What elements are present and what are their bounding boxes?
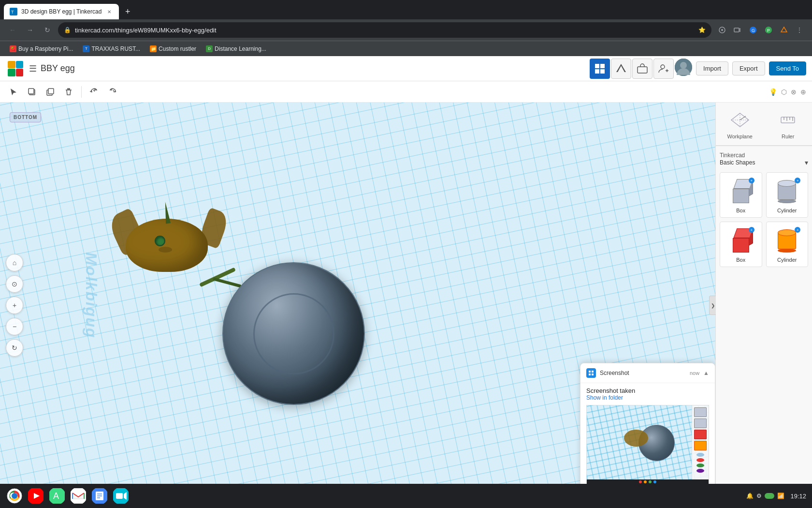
cyl-bottom-orange bbox=[778, 249, 796, 253]
user-avatar[interactable] bbox=[675, 59, 692, 76]
bb8-body-sphere[interactable] bbox=[222, 262, 365, 405]
delete-tool-button[interactable] bbox=[61, 84, 76, 100]
hint-icon-1: 💡 bbox=[769, 88, 777, 96]
notification-time: now bbox=[690, 370, 699, 376]
svg-text:T: T bbox=[11, 10, 14, 15]
extension-icon-3[interactable] bbox=[777, 23, 791, 37]
address-bar[interactable]: 🔒 tinkercad.com/things/eW89MUMKxx6-bby-e… bbox=[58, 22, 711, 38]
briefcase-button[interactable] bbox=[632, 59, 652, 79]
browser-chrome: T 3D design BBY egg | Tinkercad ✕ + ← → … bbox=[0, 0, 812, 56]
menu-icon[interactable]: ☰ bbox=[29, 63, 37, 74]
copy-tool-button[interactable] bbox=[43, 84, 58, 100]
svg-rect-25 bbox=[589, 371, 591, 373]
notification-preview-image bbox=[586, 405, 709, 485]
shape-add-icon-2: + bbox=[795, 178, 800, 183]
preview-color-4 bbox=[696, 469, 704, 473]
project-title[interactable]: BBY egg bbox=[41, 63, 590, 74]
yoda-assembly[interactable] bbox=[126, 219, 208, 272]
hint-icon-4: ⊕ bbox=[800, 88, 806, 96]
grid-view-button[interactable] bbox=[590, 59, 610, 79]
taskbar-status-icons: 🔔 ⚙ 📶 bbox=[746, 493, 784, 499]
hint-icon-3: ⊗ bbox=[791, 88, 797, 96]
notification-expand-button[interactable]: ▲ bbox=[703, 370, 709, 376]
undo-button[interactable] bbox=[87, 84, 102, 100]
canvas-area[interactable]: BOTTOM ⌂ ⊙ + − ↻ bbox=[0, 103, 715, 508]
shape-label-box-red: Box bbox=[736, 257, 745, 263]
back-button[interactable]: ← bbox=[6, 23, 19, 37]
shape-library-dropdown-icon[interactable]: ▾ bbox=[805, 159, 808, 166]
bookmark-traxxas[interactable]: T TRAXXAS RUST... bbox=[79, 44, 144, 54]
preview-bg bbox=[587, 405, 709, 484]
shape-provider: Tinkercad bbox=[720, 152, 808, 159]
shape-item-cyl-gray[interactable]: + Cylinder bbox=[766, 172, 809, 218]
preview-shapes-panel bbox=[692, 405, 709, 484]
reload-button[interactable]: ↻ bbox=[41, 23, 54, 37]
taskbar-youtube-icon[interactable] bbox=[27, 487, 44, 505]
svg-rect-11 bbox=[600, 64, 605, 68]
right-panel-top: Workplane Ruler bbox=[716, 103, 812, 271]
toolbar-divider-1 bbox=[81, 86, 82, 98]
logo-cell-blue bbox=[16, 61, 24, 69]
add-user-button[interactable] bbox=[653, 59, 674, 79]
bb8-sphere-circle bbox=[253, 293, 334, 374]
shape-item-box-red[interactable]: + Box bbox=[720, 222, 762, 267]
export-button[interactable]: Export bbox=[732, 61, 765, 75]
preview-shape-1 bbox=[694, 407, 707, 417]
tc-header-icons bbox=[590, 59, 692, 79]
preview-color-1 bbox=[696, 453, 704, 457]
address-bar-actions: ⭐ bbox=[698, 27, 706, 33]
extensions-icon[interactable] bbox=[715, 23, 729, 37]
shapes-view-button[interactable] bbox=[611, 59, 631, 79]
notification-show-folder[interactable]: Show in folder bbox=[586, 394, 709, 401]
import-button[interactable]: Import bbox=[696, 61, 728, 75]
cast-icon[interactable] bbox=[731, 23, 744, 37]
extension-icon-1[interactable]: G bbox=[746, 23, 760, 37]
taskbar-docs-icon[interactable] bbox=[91, 487, 108, 505]
ruler-button[interactable]: Ruler bbox=[764, 103, 812, 146]
active-tab[interactable]: T 3D design BBY egg | Tinkercad ✕ bbox=[4, 4, 119, 19]
bookmark-raspberry-pi[interactable]: 🍓 Buy a Raspberry Pi... bbox=[6, 44, 77, 54]
shape-library-name: Basic Shapes bbox=[720, 159, 803, 166]
shape-lib-selector[interactable]: Basic Shapes ▾ bbox=[720, 159, 808, 166]
select-tool-button[interactable] bbox=[6, 84, 21, 100]
taskbar-settings-icon[interactable]: ⚙ bbox=[756, 493, 762, 499]
shape-library: Tinkercad Basic Shapes ▾ bbox=[716, 146, 812, 271]
shape-lib-info: Tinkercad Basic Shapes ▾ bbox=[720, 152, 808, 166]
new-tab-button[interactable]: + bbox=[121, 5, 134, 18]
shape-item-cyl-orange[interactable]: + Cylinder bbox=[766, 222, 809, 267]
duplicate-tool-button[interactable] bbox=[24, 84, 40, 100]
tinkercad-app: ☰ BBY egg Import Export Send To bbox=[0, 56, 812, 508]
taskbar-gmail-icon[interactable] bbox=[70, 487, 87, 505]
taskbar-chrome-icon[interactable] bbox=[6, 487, 23, 505]
shape-icon-box-red: + bbox=[726, 226, 755, 255]
shape-label-cyl-orange: Cylinder bbox=[777, 257, 797, 263]
taskbar-battery-indicator bbox=[765, 493, 774, 499]
logo-cell-amber bbox=[8, 61, 15, 69]
shape-item-box-gray[interactable]: + Box bbox=[720, 172, 762, 218]
workplane-button[interactable]: Workplane bbox=[716, 103, 764, 146]
bookmarks-bar: 🍓 Buy a Raspberry Pi... T TRAXXAS RUST..… bbox=[0, 41, 812, 56]
bookmark-custom-rustler[interactable]: 📁 Custom rustler bbox=[146, 44, 200, 54]
tab-close-button[interactable]: ✕ bbox=[105, 8, 113, 15]
more-options-button[interactable]: ⋮ bbox=[793, 23, 806, 37]
notification-body: Screenshot taken Show in folder bbox=[580, 383, 715, 489]
forward-button[interactable]: → bbox=[23, 23, 37, 37]
preview-taskbar-icon-4 bbox=[653, 480, 656, 483]
edit-toolbar: 💡 ⬡ ⊗ ⊕ bbox=[0, 81, 812, 103]
bookmark-distance-learning[interactable]: D Distance Learning... bbox=[202, 44, 270, 54]
preview-taskbar-icon-2 bbox=[644, 480, 647, 483]
taskbar-android-icon[interactable]: A bbox=[48, 487, 66, 505]
box-front-gray bbox=[733, 189, 749, 203]
taskbar-meet-icon[interactable] bbox=[112, 487, 130, 505]
send-to-button[interactable]: Send To bbox=[769, 61, 806, 75]
preview-yoda bbox=[624, 430, 648, 447]
tinkercad-logo[interactable] bbox=[6, 59, 25, 78]
bookmark-label-3: Custom rustler bbox=[159, 45, 196, 52]
browser-toolbar-icons: G P ⋮ bbox=[715, 23, 806, 37]
yoda-eye bbox=[155, 236, 165, 246]
redo-button[interactable] bbox=[105, 84, 120, 100]
panel-toggle-button[interactable]: ❯ bbox=[709, 296, 716, 315]
extension-icon-2[interactable]: P bbox=[762, 23, 775, 37]
cyl-top-orange bbox=[778, 229, 796, 236]
shape-icon-cyl-gray: + bbox=[772, 177, 801, 206]
